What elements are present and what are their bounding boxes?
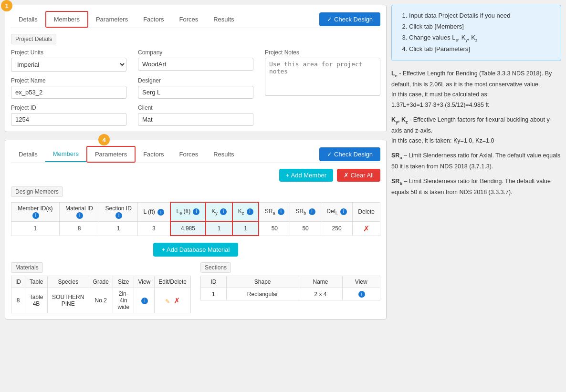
le-info-icon[interactable]: i (193, 208, 199, 215)
sec-col-shape: Shape (226, 276, 299, 288)
col-kz: Kz i (232, 202, 259, 221)
cell-l: 3 (138, 221, 170, 236)
col-l: L (ft) i (138, 202, 170, 221)
add-member-button[interactable]: + Add Member (279, 169, 333, 182)
client-label: Client (138, 104, 253, 111)
mat-col-grade: Grade (89, 276, 113, 288)
bottom-tab-bar: Details Members Parameters Factors Force… (11, 146, 380, 163)
mat-table: Table 4B (25, 288, 48, 313)
project-units-label: Project Units (11, 49, 126, 56)
mat-col-size: Size (113, 276, 134, 288)
cell-ky: 1 (206, 221, 232, 236)
cell-material-id: 8 (59, 221, 99, 236)
material-id-info-icon[interactable]: i (76, 212, 83, 219)
tab-parameters-bottom[interactable]: Parameters (86, 146, 136, 163)
sec-id: 1 (201, 288, 227, 300)
sec-col-view: View (342, 276, 380, 288)
sra-info-icon[interactable]: i (278, 208, 284, 215)
cell-member-id: 1 (11, 221, 60, 236)
mat-col-species: Species (47, 276, 89, 288)
mat-id: 8 (11, 288, 25, 313)
sec-view[interactable]: i (342, 288, 380, 300)
col-member-id: Member ID(s)i (11, 202, 60, 221)
mat-edit-delete[interactable]: ✎ ✗ (155, 288, 191, 313)
kz-info-icon[interactable]: i (247, 208, 253, 215)
project-units-select[interactable]: Imperial (11, 58, 126, 72)
col-section-id: Section IDi (99, 202, 138, 221)
check-design-top[interactable]: ✓ Check Design (319, 12, 380, 26)
project-name-input[interactable] (11, 86, 126, 99)
project-notes-textarea[interactable] (265, 58, 380, 96)
cell-delete[interactable]: ✗ (353, 221, 380, 236)
sra-desc: – Limit Slenderness ratio for Axial. The… (391, 152, 560, 170)
col-defl: Defl. i (321, 202, 352, 221)
sections-section-label: Sections (200, 262, 231, 273)
project-details-label: Project Details (11, 34, 56, 44)
company-input[interactable] (138, 58, 253, 71)
instruction-1: Input data Project Details if you need (409, 11, 553, 21)
designer-input[interactable] (138, 86, 253, 99)
srb-title: SRb (391, 178, 402, 185)
right-descriptions: Le - Effective Length for Bending (Table… (391, 69, 561, 197)
ky-kz-title: Ky, Kz (391, 116, 408, 123)
mat-col-table: Table (25, 276, 48, 288)
ky-kz-desc: - Effective Length factors for flexural … (391, 116, 552, 134)
instruction-2: Click tab [Members] (409, 22, 553, 32)
tab-details-bottom[interactable]: Details (11, 147, 45, 162)
defl-info-icon[interactable]: i (340, 208, 347, 215)
sections-table: ID Shape Name View 1 Rectangular (200, 276, 380, 300)
tab-forces-top[interactable]: Forces (171, 12, 206, 27)
tab-members-top[interactable]: Members (45, 11, 88, 28)
sra-title: SRa (391, 152, 402, 159)
mat-col-edit-delete: Edit/Delete (155, 276, 191, 288)
tab-parameters-top[interactable]: Parameters (88, 12, 136, 27)
member-id-info-icon[interactable]: i (32, 212, 39, 219)
le-desc: - Effective Length for Bending (Table 3.… (391, 70, 552, 88)
company-label: Company (138, 49, 253, 56)
instruction-3: Change values Le, Ky, Kz (409, 33, 553, 43)
project-notes-label: Project Notes (265, 49, 380, 56)
sec-view-icon[interactable]: i (358, 291, 365, 298)
sec-shape: Rectangular (226, 288, 299, 300)
mat-edit-icon[interactable]: ✎ (165, 298, 170, 305)
srb-desc: – Limit Slenderness ratio for Bending. T… (391, 178, 551, 196)
clear-all-button[interactable]: ✗ Clear All (337, 169, 380, 182)
tab-details-top[interactable]: Details (11, 12, 45, 27)
project-id-input[interactable] (11, 113, 126, 126)
client-input[interactable] (138, 113, 253, 126)
mat-view[interactable]: i (134, 288, 155, 313)
materials-row: 8 Table 4B SOUTHERN PINE No.2 2in-4in wi… (11, 288, 191, 313)
mat-delete-icon[interactable]: ✗ (174, 297, 180, 305)
srb-info-icon[interactable]: i (309, 208, 315, 215)
cell-kz: 1 (232, 221, 259, 236)
instructions-list: Input data Project Details if you need C… (399, 11, 553, 54)
delete-row-icon[interactable]: ✗ (363, 225, 369, 233)
tab-forces-bottom[interactable]: Forces (171, 147, 206, 162)
col-srb: SRb i (290, 202, 321, 221)
project-id-label: Project ID (11, 104, 126, 111)
col-le: Le (ft) i (170, 202, 206, 221)
sec-col-id: ID (201, 276, 227, 288)
instructions-box: Input data Project Details if you need C… (391, 5, 561, 61)
instruction-4: Click tab [Parameters] (409, 44, 553, 54)
tab-results-top[interactable]: Results (206, 12, 241, 27)
design-members-table: Member ID(s)i Material IDi Section IDi L… (11, 202, 380, 236)
cell-defl: 250 (321, 221, 352, 236)
check-design-bottom[interactable]: ✓ Check Design (319, 147, 380, 161)
tab-factors-bottom[interactable]: Factors (136, 147, 171, 162)
tab-members-bottom[interactable]: Members (45, 146, 86, 162)
tab-results-bottom[interactable]: Results (206, 147, 241, 162)
mat-view-icon[interactable]: i (141, 298, 148, 304)
ky-info-icon[interactable]: i (220, 208, 227, 215)
tab-factors-top[interactable]: Factors (136, 12, 171, 27)
table-row: 1 8 1 3 4.985 1 1 50 50 250 ✗ (11, 221, 380, 236)
cell-le: 4.985 (170, 221, 206, 236)
sec-col-name: Name (299, 276, 342, 288)
l-info-icon[interactable]: i (157, 209, 164, 216)
le-title: Le (391, 70, 398, 77)
add-db-material-button[interactable]: + Add Database Material (153, 243, 239, 257)
sections-row: 1 Rectangular 2 x 4 i (201, 288, 380, 300)
mat-col-view: View (134, 276, 155, 288)
section-id-info-icon[interactable]: i (115, 212, 122, 219)
step-4-circle: 4 (98, 134, 110, 145)
